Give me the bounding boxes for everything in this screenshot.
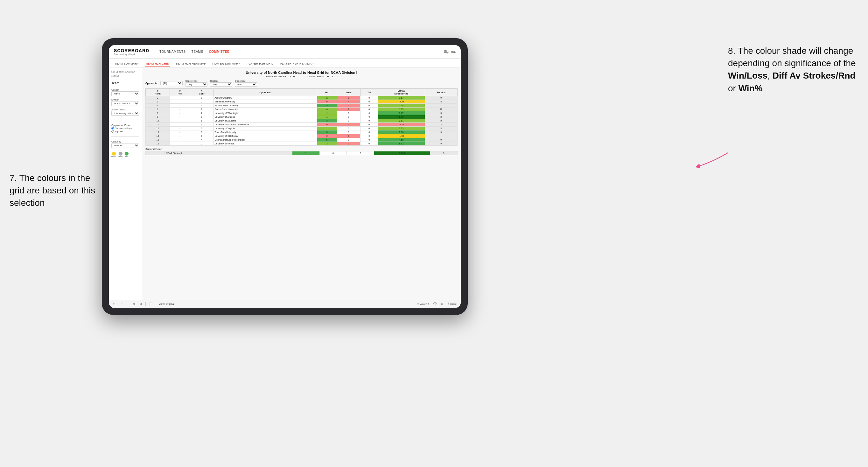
col-reg: #Reg: [169, 89, 190, 96]
out-of-division-label: Out of division: [146, 148, 458, 151]
comment-btn[interactable]: 💬: [432, 302, 437, 306]
main-content: Last Updated: 27/03/2024 16:55:38 Team G…: [109, 67, 461, 300]
toolbar-redo[interactable]: ↪: [119, 302, 123, 306]
team-label: Team: [111, 82, 140, 85]
col-tie: Tie: [361, 89, 378, 96]
table-row: 16-2University of Florida3106.629: [146, 142, 458, 146]
radio-top100[interactable]: Top 100: [111, 130, 140, 133]
h2h-table: #Rank #Reg #Conf Opponent Win Loss Tie D…: [146, 88, 458, 146]
grid-records: Overall Record: 89 - 17 - 0 Division Rec…: [146, 75, 458, 78]
legend-dot-down: [112, 152, 116, 156]
toolbar-back[interactable]: ←: [125, 302, 130, 306]
table-row: 13-1Texas Tech University3005.569: [146, 130, 458, 134]
colour-by-section: Colour by Win/loss Diff Av Strokes/Rnd W…: [111, 141, 140, 148]
table-row: 14-1University of Oklahoma010-1.00: [146, 134, 458, 138]
annotation-left: 7. The colours in the grid are based on …: [9, 172, 99, 209]
division-record: Division Record: 88 - 17 - 0: [307, 75, 338, 78]
legend-dot-level: [119, 152, 123, 156]
watch-btn[interactable]: 👁 Watch ▾: [416, 302, 430, 306]
nav-items: TOURNAMENTS TEAMS COMMITTEE: [159, 49, 290, 54]
sidebar-divider-2: [111, 136, 140, 137]
table-row: 9-1University of Arizona1009.002: [146, 115, 458, 119]
grid-title: University of North Carolina Head-to-Hea…: [146, 71, 458, 74]
table-row: 3-2Vanderbilt University040-2.298: [146, 100, 458, 104]
table-row: 2-1Auburn University2101.679: [146, 96, 458, 100]
tab-team-summary[interactable]: TEAM SUMMARY: [114, 61, 140, 67]
out-of-division-row: NCAA Division II 1 0 0 26.00 3: [146, 151, 458, 155]
col-opponent: Opponent: [213, 89, 317, 96]
app-header: SCOREBOARD Powered by clippd TOURNAMENTS…: [109, 45, 461, 59]
last-updated: Last Updated: 27/03/2024 16:55:38: [111, 71, 140, 79]
logo-text: SCOREBOARD: [114, 48, 149, 53]
toolbar-divider-2: [156, 302, 156, 306]
filter-row: Opponents: (All) Conference (All) Region…: [146, 80, 458, 87]
col-rank: #Rank: [146, 89, 170, 96]
left-sidebar: Last Updated: 27/03/2024 16:55:38 Team G…: [109, 67, 142, 300]
odd-division: NCAA Division II: [164, 151, 292, 155]
gender-select[interactable]: Men's Women's: [111, 91, 140, 96]
col-rounds: Rounds: [425, 89, 457, 96]
tab-team-h2h-heatmap[interactable]: TEAM H2H HEATMAP: [175, 61, 207, 67]
region-filter: Region (All): [210, 80, 232, 87]
logo-sub: Powered by clippd: [114, 53, 149, 55]
conference-filter: Conference (All): [185, 80, 208, 87]
odd-rounds: 3: [430, 151, 458, 155]
sub-nav: TEAM SUMMARY TEAM H2H GRID TEAM H2H HEAT…: [109, 59, 461, 67]
radio-group: Opponents Played Top 100: [111, 127, 140, 133]
opponents-filter-label: Opponents:: [146, 82, 158, 84]
toolbar-copy[interactable]: ⧉: [132, 302, 136, 306]
opponent-select[interactable]: (All): [235, 83, 257, 87]
tablet-screen: SCOREBOARD Powered by clippd TOURNAMENTS…: [109, 45, 461, 308]
col-win: Win: [317, 89, 337, 96]
table-row: 6-2Florida State University4201.8312: [146, 107, 458, 111]
nav-teams[interactable]: TEAMS: [191, 49, 203, 54]
nav-committee[interactable]: COMMITTEE: [209, 49, 230, 54]
col-diff: Diff AvStrokes/Rnd: [378, 89, 425, 96]
legend-dot-up: [125, 152, 128, 156]
division-select[interactable]: NCAA Division I: [111, 101, 140, 106]
division-section: Division NCAA Division I: [111, 99, 140, 106]
out-of-division-table: NCAA Division II 1 0 0 26.00 3: [146, 151, 458, 155]
opponents-filter-select[interactable]: (All): [160, 81, 183, 85]
odd-loss: 0: [319, 151, 347, 155]
odd-win: 1: [292, 151, 319, 155]
sidebar-divider-1: [111, 120, 140, 120]
logo-area: SCOREBOARD Powered by clippd: [114, 48, 149, 55]
conference-select[interactable]: (All): [185, 83, 208, 87]
school-select[interactable]: 1. University of Nort...: [111, 111, 140, 116]
table-row: 12-3University of Virginia1002.333: [146, 127, 458, 130]
toolbar-paste[interactable]: ⊞: [139, 302, 143, 306]
tab-team-h2h-grid[interactable]: TEAM H2H GRID: [145, 61, 170, 67]
table-row: 11-6University of Arkansas, Fayetteville…: [146, 123, 458, 127]
overall-record: Overall Record: 89 - 17 - 0: [265, 75, 294, 78]
radio-opponents-played[interactable]: Opponents Played: [111, 127, 140, 129]
arrow-right: [690, 150, 731, 175]
view-original: View: Original: [159, 303, 174, 305]
grid-area: University of North Carolina Head-to-Hea…: [142, 67, 461, 300]
table-row: 15-4Georgia Institute of Technology5004.…: [146, 138, 458, 142]
tablet-frame: SCOREBOARD Powered by clippd TOURNAMENTS…: [102, 38, 468, 315]
school-section: School (Rank) 1. University of Nort...: [111, 108, 140, 116]
tab-player-h2h-grid[interactable]: PLAYER H2H GRID: [246, 61, 274, 67]
nav-tournaments[interactable]: TOURNAMENTS: [159, 49, 186, 54]
colour-by-select[interactable]: Win/loss Diff Av Strokes/Rnd Win%: [111, 143, 140, 148]
tab-player-h2h-heatmap[interactable]: PLAYER H2H HEATMAP: [279, 61, 314, 67]
opponent-view-section: Opponent View Opponents Played Top 100: [111, 124, 140, 133]
col-loss: Loss: [337, 89, 361, 96]
sign-out[interactable]: Sign out: [444, 50, 456, 54]
toolbar-clock[interactable]: 🕐: [148, 302, 153, 306]
bottom-toolbar: ↩ ↪ ← ⧉ ⊞ 🕐 View: Original 👁 Watch ▾ 💬 ⊞…: [109, 300, 461, 308]
share-btn[interactable]: ⤴ Share: [447, 302, 458, 306]
table-row: 10-5University of Alabama3002.618: [146, 119, 458, 123]
annotation-right: 8. The colour shade will change dependin…: [728, 44, 862, 94]
gender-section: Gender Men's Women's: [111, 89, 140, 96]
table-row: 8-2University of Washington1003.673: [146, 111, 458, 115]
tab-player-summary[interactable]: PLAYER SUMMARY: [212, 61, 241, 67]
region-select[interactable]: (All): [210, 83, 232, 87]
col-conf: #Conf: [190, 89, 213, 96]
color-legend: Down Level Up: [111, 152, 140, 157]
grid-btn[interactable]: ⊞: [440, 302, 444, 306]
table-row: 4-1Arizona State University5102.28: [146, 104, 458, 107]
odd-diff: 26.00: [374, 151, 430, 155]
toolbar-undo[interactable]: ↩: [112, 302, 116, 306]
